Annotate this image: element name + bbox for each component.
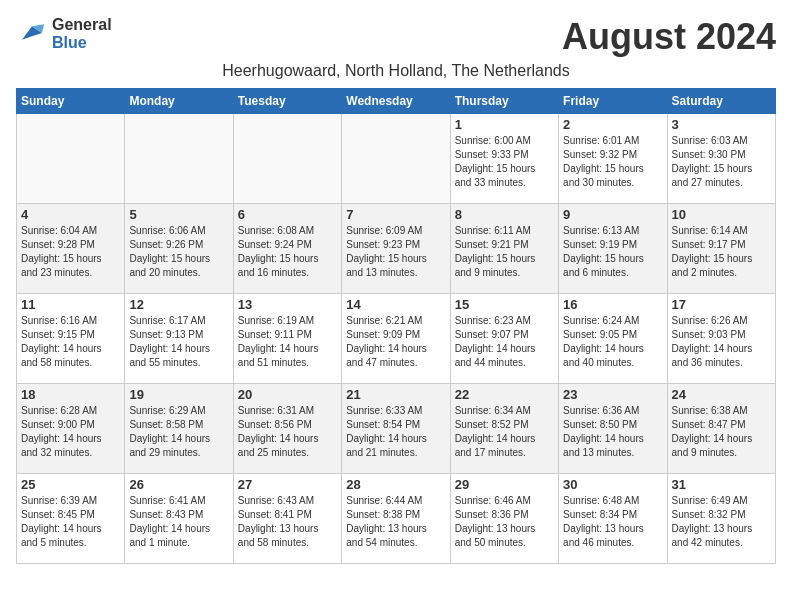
weekday-header-saturday: Saturday — [667, 89, 775, 114]
day-number: 24 — [672, 387, 771, 402]
day-info: Sunrise: 6:28 AMSunset: 9:00 PMDaylight:… — [21, 404, 120, 460]
day-info: Sunrise: 6:49 AMSunset: 8:32 PMDaylight:… — [672, 494, 771, 550]
day-info: Sunrise: 6:09 AMSunset: 9:23 PMDaylight:… — [346, 224, 445, 280]
day-number: 21 — [346, 387, 445, 402]
calendar-cell: 15Sunrise: 6:23 AMSunset: 9:07 PMDayligh… — [450, 294, 558, 384]
calendar-cell: 1Sunrise: 6:00 AMSunset: 9:33 PMDaylight… — [450, 114, 558, 204]
day-number: 3 — [672, 117, 771, 132]
calendar-cell: 8Sunrise: 6:11 AMSunset: 9:21 PMDaylight… — [450, 204, 558, 294]
day-number: 16 — [563, 297, 662, 312]
day-info: Sunrise: 6:01 AMSunset: 9:32 PMDaylight:… — [563, 134, 662, 190]
day-info: Sunrise: 6:21 AMSunset: 9:09 PMDaylight:… — [346, 314, 445, 370]
day-info: Sunrise: 6:39 AMSunset: 8:45 PMDaylight:… — [21, 494, 120, 550]
calendar-cell: 14Sunrise: 6:21 AMSunset: 9:09 PMDayligh… — [342, 294, 450, 384]
day-info: Sunrise: 6:36 AMSunset: 8:50 PMDaylight:… — [563, 404, 662, 460]
calendar-cell: 19Sunrise: 6:29 AMSunset: 8:58 PMDayligh… — [125, 384, 233, 474]
day-info: Sunrise: 6:17 AMSunset: 9:13 PMDaylight:… — [129, 314, 228, 370]
calendar-cell: 4Sunrise: 6:04 AMSunset: 9:28 PMDaylight… — [17, 204, 125, 294]
weekday-header-sunday: Sunday — [17, 89, 125, 114]
day-info: Sunrise: 6:16 AMSunset: 9:15 PMDaylight:… — [21, 314, 120, 370]
day-info: Sunrise: 6:04 AMSunset: 9:28 PMDaylight:… — [21, 224, 120, 280]
day-info: Sunrise: 6:14 AMSunset: 9:17 PMDaylight:… — [672, 224, 771, 280]
calendar-cell — [233, 114, 341, 204]
calendar-cell: 26Sunrise: 6:41 AMSunset: 8:43 PMDayligh… — [125, 474, 233, 564]
calendar-table: SundayMondayTuesdayWednesdayThursdayFrid… — [16, 88, 776, 564]
day-number: 20 — [238, 387, 337, 402]
weekday-header-monday: Monday — [125, 89, 233, 114]
day-number: 4 — [21, 207, 120, 222]
weekday-header-row: SundayMondayTuesdayWednesdayThursdayFrid… — [17, 89, 776, 114]
day-number: 2 — [563, 117, 662, 132]
day-number: 1 — [455, 117, 554, 132]
calendar-cell: 23Sunrise: 6:36 AMSunset: 8:50 PMDayligh… — [559, 384, 667, 474]
calendar-week-row: 25Sunrise: 6:39 AMSunset: 8:45 PMDayligh… — [17, 474, 776, 564]
day-number: 31 — [672, 477, 771, 492]
calendar-cell — [17, 114, 125, 204]
day-number: 12 — [129, 297, 228, 312]
header: General Blue August 2024 — [16, 16, 776, 58]
day-info: Sunrise: 6:33 AMSunset: 8:54 PMDaylight:… — [346, 404, 445, 460]
weekday-header-tuesday: Tuesday — [233, 89, 341, 114]
logo: General Blue — [16, 16, 112, 51]
day-info: Sunrise: 6:41 AMSunset: 8:43 PMDaylight:… — [129, 494, 228, 550]
day-number: 26 — [129, 477, 228, 492]
calendar-cell: 13Sunrise: 6:19 AMSunset: 9:11 PMDayligh… — [233, 294, 341, 384]
day-info: Sunrise: 6:46 AMSunset: 8:36 PMDaylight:… — [455, 494, 554, 550]
calendar-cell: 12Sunrise: 6:17 AMSunset: 9:13 PMDayligh… — [125, 294, 233, 384]
calendar-cell: 2Sunrise: 6:01 AMSunset: 9:32 PMDaylight… — [559, 114, 667, 204]
calendar-cell: 31Sunrise: 6:49 AMSunset: 8:32 PMDayligh… — [667, 474, 775, 564]
day-number: 11 — [21, 297, 120, 312]
day-info: Sunrise: 6:38 AMSunset: 8:47 PMDaylight:… — [672, 404, 771, 460]
calendar-week-row: 18Sunrise: 6:28 AMSunset: 9:00 PMDayligh… — [17, 384, 776, 474]
day-info: Sunrise: 6:11 AMSunset: 9:21 PMDaylight:… — [455, 224, 554, 280]
day-number: 29 — [455, 477, 554, 492]
day-number: 19 — [129, 387, 228, 402]
day-number: 5 — [129, 207, 228, 222]
logo-general-text: General — [52, 16, 112, 34]
calendar-cell: 29Sunrise: 6:46 AMSunset: 8:36 PMDayligh… — [450, 474, 558, 564]
day-number: 10 — [672, 207, 771, 222]
calendar-cell: 3Sunrise: 6:03 AMSunset: 9:30 PMDaylight… — [667, 114, 775, 204]
calendar-cell: 7Sunrise: 6:09 AMSunset: 9:23 PMDaylight… — [342, 204, 450, 294]
day-info: Sunrise: 6:00 AMSunset: 9:33 PMDaylight:… — [455, 134, 554, 190]
day-info: Sunrise: 6:48 AMSunset: 8:34 PMDaylight:… — [563, 494, 662, 550]
day-info: Sunrise: 6:03 AMSunset: 9:30 PMDaylight:… — [672, 134, 771, 190]
day-number: 23 — [563, 387, 662, 402]
day-number: 14 — [346, 297, 445, 312]
calendar-subtitle: Heerhugowaard, North Holland, The Nether… — [16, 62, 776, 80]
day-number: 13 — [238, 297, 337, 312]
day-info: Sunrise: 6:26 AMSunset: 9:03 PMDaylight:… — [672, 314, 771, 370]
calendar-cell: 20Sunrise: 6:31 AMSunset: 8:56 PMDayligh… — [233, 384, 341, 474]
day-number: 25 — [21, 477, 120, 492]
calendar-cell: 9Sunrise: 6:13 AMSunset: 9:19 PMDaylight… — [559, 204, 667, 294]
day-number: 8 — [455, 207, 554, 222]
calendar-cell: 11Sunrise: 6:16 AMSunset: 9:15 PMDayligh… — [17, 294, 125, 384]
month-title: August 2024 — [562, 16, 776, 58]
logo-blue-text: Blue — [52, 34, 112, 52]
day-number: 18 — [21, 387, 120, 402]
calendar-cell — [125, 114, 233, 204]
day-info: Sunrise: 6:13 AMSunset: 9:19 PMDaylight:… — [563, 224, 662, 280]
day-info: Sunrise: 6:23 AMSunset: 9:07 PMDaylight:… — [455, 314, 554, 370]
logo-bird-icon — [16, 23, 48, 43]
day-number: 22 — [455, 387, 554, 402]
day-number: 28 — [346, 477, 445, 492]
day-info: Sunrise: 6:08 AMSunset: 9:24 PMDaylight:… — [238, 224, 337, 280]
weekday-header-friday: Friday — [559, 89, 667, 114]
calendar-week-row: 4Sunrise: 6:04 AMSunset: 9:28 PMDaylight… — [17, 204, 776, 294]
calendar-week-row: 11Sunrise: 6:16 AMSunset: 9:15 PMDayligh… — [17, 294, 776, 384]
day-info: Sunrise: 6:29 AMSunset: 8:58 PMDaylight:… — [129, 404, 228, 460]
calendar-cell: 24Sunrise: 6:38 AMSunset: 8:47 PMDayligh… — [667, 384, 775, 474]
calendar-cell: 27Sunrise: 6:43 AMSunset: 8:41 PMDayligh… — [233, 474, 341, 564]
day-number: 30 — [563, 477, 662, 492]
day-info: Sunrise: 6:44 AMSunset: 8:38 PMDaylight:… — [346, 494, 445, 550]
day-number: 15 — [455, 297, 554, 312]
day-info: Sunrise: 6:24 AMSunset: 9:05 PMDaylight:… — [563, 314, 662, 370]
day-info: Sunrise: 6:34 AMSunset: 8:52 PMDaylight:… — [455, 404, 554, 460]
calendar-cell: 21Sunrise: 6:33 AMSunset: 8:54 PMDayligh… — [342, 384, 450, 474]
calendar-cell: 10Sunrise: 6:14 AMSunset: 9:17 PMDayligh… — [667, 204, 775, 294]
day-number: 27 — [238, 477, 337, 492]
day-info: Sunrise: 6:06 AMSunset: 9:26 PMDaylight:… — [129, 224, 228, 280]
calendar-cell: 6Sunrise: 6:08 AMSunset: 9:24 PMDaylight… — [233, 204, 341, 294]
weekday-header-wednesday: Wednesday — [342, 89, 450, 114]
